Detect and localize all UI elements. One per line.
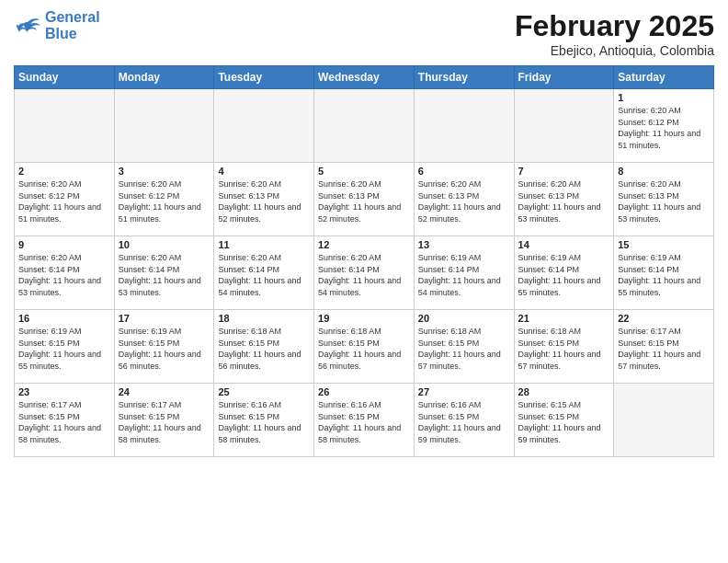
- calendar-cell: 5Sunrise: 6:20 AM Sunset: 6:13 PM Daylig…: [314, 163, 415, 236]
- calendar-cell: [314, 89, 415, 163]
- calendar-cell: 26Sunrise: 6:16 AM Sunset: 6:15 PM Dayli…: [314, 384, 415, 457]
- cell-info: Sunrise: 6:19 AM Sunset: 6:15 PM Dayligh…: [18, 326, 110, 372]
- calendar-week-4: 16Sunrise: 6:19 AM Sunset: 6:15 PM Dayli…: [15, 310, 714, 384]
- location: Ebejico, Antioquia, Colombia: [515, 43, 714, 58]
- day-number: 4: [218, 166, 310, 177]
- day-number: 27: [418, 386, 510, 397]
- calendar-cell: 10Sunrise: 6:20 AM Sunset: 6:14 PM Dayli…: [114, 236, 214, 310]
- cell-info: Sunrise: 6:20 AM Sunset: 6:12 PM Dayligh…: [18, 178, 110, 224]
- cell-info: Sunrise: 6:18 AM Sunset: 6:15 PM Dayligh…: [318, 326, 410, 372]
- cell-info: Sunrise: 6:20 AM Sunset: 6:13 PM Dayligh…: [518, 178, 610, 224]
- calendar-cell: 11Sunrise: 6:20 AM Sunset: 6:14 PM Dayli…: [214, 236, 314, 310]
- cell-info: Sunrise: 6:20 AM Sunset: 6:12 PM Dayligh…: [618, 105, 710, 151]
- calendar-cell: 23Sunrise: 6:17 AM Sunset: 6:15 PM Dayli…: [15, 384, 115, 457]
- cell-info: Sunrise: 6:20 AM Sunset: 6:14 PM Dayligh…: [318, 252, 410, 298]
- logo: General Blue: [14, 9, 100, 41]
- day-number: 1: [618, 92, 710, 103]
- day-number: 10: [119, 239, 210, 250]
- cell-info: Sunrise: 6:19 AM Sunset: 6:14 PM Dayligh…: [518, 252, 610, 298]
- day-number: 25: [218, 386, 310, 397]
- calendar-cell: 22Sunrise: 6:17 AM Sunset: 6:15 PM Dayli…: [614, 310, 714, 384]
- header: General Blue February 2025 Ebejico, Anti…: [14, 9, 714, 58]
- calendar-cell: 15Sunrise: 6:19 AM Sunset: 6:14 PM Dayli…: [614, 236, 714, 310]
- calendar-cell: 3Sunrise: 6:20 AM Sunset: 6:12 PM Daylig…: [114, 163, 214, 236]
- logo-text: General Blue: [45, 9, 100, 41]
- cell-info: Sunrise: 6:17 AM Sunset: 6:15 PM Dayligh…: [18, 399, 110, 445]
- calendar-cell: 16Sunrise: 6:19 AM Sunset: 6:15 PM Dayli…: [15, 310, 115, 384]
- day-number: 15: [618, 239, 710, 250]
- cell-info: Sunrise: 6:20 AM Sunset: 6:14 PM Dayligh…: [119, 252, 210, 298]
- calendar-header-row: SundayMondayTuesdayWednesdayThursdayFrid…: [15, 66, 714, 89]
- calendar-cell: 12Sunrise: 6:20 AM Sunset: 6:14 PM Dayli…: [314, 236, 415, 310]
- calendar-cell: 4Sunrise: 6:20 AM Sunset: 6:13 PM Daylig…: [214, 163, 314, 236]
- cell-info: Sunrise: 6:20 AM Sunset: 6:13 PM Dayligh…: [418, 178, 510, 224]
- calendar-cell: 17Sunrise: 6:19 AM Sunset: 6:15 PM Dayli…: [114, 310, 214, 384]
- cell-info: Sunrise: 6:18 AM Sunset: 6:15 PM Dayligh…: [518, 326, 610, 372]
- day-header-wednesday: Wednesday: [314, 66, 415, 89]
- day-number: 12: [318, 239, 410, 250]
- day-number: 24: [119, 386, 210, 397]
- logo-icon: [14, 15, 41, 37]
- calendar-cell: 6Sunrise: 6:20 AM Sunset: 6:13 PM Daylig…: [414, 163, 514, 236]
- cell-info: Sunrise: 6:18 AM Sunset: 6:15 PM Dayligh…: [418, 326, 510, 372]
- cell-info: Sunrise: 6:15 AM Sunset: 6:15 PM Dayligh…: [518, 399, 610, 445]
- day-number: 23: [18, 386, 110, 397]
- day-header-tuesday: Tuesday: [214, 66, 314, 89]
- cell-info: Sunrise: 6:20 AM Sunset: 6:12 PM Dayligh…: [119, 178, 210, 224]
- month-title: February 2025: [515, 9, 714, 43]
- calendar-week-3: 9Sunrise: 6:20 AM Sunset: 6:14 PM Daylig…: [15, 236, 714, 310]
- day-number: 17: [119, 313, 210, 324]
- cell-info: Sunrise: 6:19 AM Sunset: 6:14 PM Dayligh…: [418, 252, 510, 298]
- day-number: 3: [119, 166, 210, 177]
- day-header-monday: Monday: [114, 66, 214, 89]
- cell-info: Sunrise: 6:20 AM Sunset: 6:14 PM Dayligh…: [18, 252, 110, 298]
- day-number: 11: [218, 239, 310, 250]
- calendar-cell: 27Sunrise: 6:16 AM Sunset: 6:15 PM Dayli…: [414, 384, 514, 457]
- cell-info: Sunrise: 6:19 AM Sunset: 6:15 PM Dayligh…: [119, 326, 210, 372]
- cell-info: Sunrise: 6:20 AM Sunset: 6:13 PM Dayligh…: [218, 178, 310, 224]
- day-number: 14: [518, 239, 610, 250]
- day-number: 18: [218, 313, 310, 324]
- calendar-cell: 21Sunrise: 6:18 AM Sunset: 6:15 PM Dayli…: [514, 310, 614, 384]
- calendar-cell: 1Sunrise: 6:20 AM Sunset: 6:12 PM Daylig…: [614, 89, 714, 163]
- cell-info: Sunrise: 6:16 AM Sunset: 6:15 PM Dayligh…: [418, 399, 510, 445]
- calendar-cell: 9Sunrise: 6:20 AM Sunset: 6:14 PM Daylig…: [15, 236, 115, 310]
- calendar-week-2: 2Sunrise: 6:20 AM Sunset: 6:12 PM Daylig…: [15, 163, 714, 236]
- calendar-cell: 24Sunrise: 6:17 AM Sunset: 6:15 PM Dayli…: [114, 384, 214, 457]
- day-number: 19: [318, 313, 410, 324]
- cell-info: Sunrise: 6:20 AM Sunset: 6:13 PM Dayligh…: [318, 178, 410, 224]
- calendar-cell: 2Sunrise: 6:20 AM Sunset: 6:12 PM Daylig…: [15, 163, 115, 236]
- cell-info: Sunrise: 6:19 AM Sunset: 6:14 PM Dayligh…: [618, 252, 710, 298]
- calendar-cell: [614, 384, 714, 457]
- calendar-cell: [15, 89, 115, 163]
- calendar-cell: [514, 89, 614, 163]
- day-number: 16: [18, 313, 110, 324]
- page: General Blue February 2025 Ebejico, Anti…: [0, 0, 728, 563]
- day-header-friday: Friday: [514, 66, 614, 89]
- calendar-cell: 14Sunrise: 6:19 AM Sunset: 6:14 PM Dayli…: [514, 236, 614, 310]
- day-number: 13: [418, 239, 510, 250]
- calendar-cell: [414, 89, 514, 163]
- day-number: 28: [518, 386, 610, 397]
- calendar-table: SundayMondayTuesdayWednesdayThursdayFrid…: [14, 65, 714, 457]
- day-number: 5: [318, 166, 410, 177]
- calendar-cell: [114, 89, 214, 163]
- day-number: 8: [618, 166, 710, 177]
- cell-info: Sunrise: 6:16 AM Sunset: 6:15 PM Dayligh…: [218, 399, 310, 445]
- calendar-cell: 20Sunrise: 6:18 AM Sunset: 6:15 PM Dayli…: [414, 310, 514, 384]
- title-block: February 2025 Ebejico, Antioquia, Colomb…: [515, 9, 714, 58]
- calendar-cell: 28Sunrise: 6:15 AM Sunset: 6:15 PM Dayli…: [514, 384, 614, 457]
- cell-info: Sunrise: 6:20 AM Sunset: 6:14 PM Dayligh…: [218, 252, 310, 298]
- calendar-cell: 7Sunrise: 6:20 AM Sunset: 6:13 PM Daylig…: [514, 163, 614, 236]
- cell-info: Sunrise: 6:20 AM Sunset: 6:13 PM Dayligh…: [618, 178, 710, 224]
- calendar-cell: 13Sunrise: 6:19 AM Sunset: 6:14 PM Dayli…: [414, 236, 514, 310]
- cell-info: Sunrise: 6:16 AM Sunset: 6:15 PM Dayligh…: [318, 399, 410, 445]
- day-number: 7: [518, 166, 610, 177]
- calendar-cell: [214, 89, 314, 163]
- day-header-thursday: Thursday: [414, 66, 514, 89]
- day-number: 26: [318, 386, 410, 397]
- cell-info: Sunrise: 6:17 AM Sunset: 6:15 PM Dayligh…: [119, 399, 210, 445]
- cell-info: Sunrise: 6:18 AM Sunset: 6:15 PM Dayligh…: [218, 326, 310, 372]
- calendar-week-5: 23Sunrise: 6:17 AM Sunset: 6:15 PM Dayli…: [15, 384, 714, 457]
- calendar-cell: 25Sunrise: 6:16 AM Sunset: 6:15 PM Dayli…: [214, 384, 314, 457]
